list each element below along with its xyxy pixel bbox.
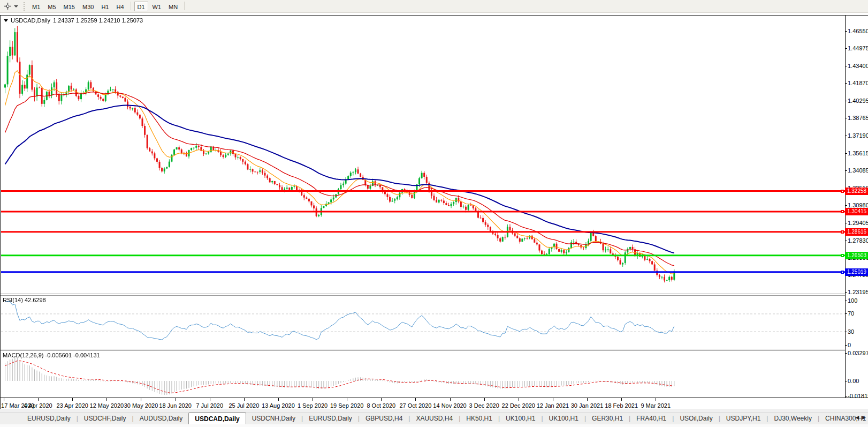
timeframe-d1-button[interactable]: D1 [134, 2, 148, 11]
price-tick-label: 1.40295 [848, 98, 868, 104]
price-tick-label: 1.46550 [848, 28, 868, 35]
tab-usdchf-daily[interactable]: USDCHF,Daily [78, 413, 132, 424]
tool-dropdown-button[interactable] [13, 2, 19, 11]
date-label: 14 Nov 2020 [433, 402, 466, 409]
hline-tag-1.26503[interactable]: 1.26503 [845, 252, 868, 259]
timeframe-m1-button[interactable]: M1 [29, 2, 43, 11]
tab-hk50-h1[interactable]: HK50,H1 [460, 413, 498, 424]
tab-usoil-daily[interactable]: USOil,Daily [674, 413, 718, 424]
tab-scroll-left-icon[interactable]: ◀ [855, 415, 859, 420]
price-tick-label: 1.34085 [848, 167, 868, 174]
date-label: 18 Feb 2021 [605, 402, 638, 409]
date-label: 19 Sep 2020 [330, 402, 363, 409]
tab-scroll-buttons: ◀ ▶ [855, 415, 866, 420]
date-tick [553, 398, 553, 401]
timeframe-m15-button[interactable]: M15 [60, 2, 78, 11]
price-axis-line [845, 16, 846, 398]
chart-tab-bar: EURUSD,Daily|USDCHF,Daily|AUDUSD,DailyUS… [0, 412, 868, 424]
hline-anchor[interactable] [841, 254, 844, 257]
tab-ger30-h1[interactable]: GER30,H1 [586, 413, 629, 424]
tab-eurusd-daily[interactable]: EURUSD,Daily [21, 413, 77, 424]
date-label: 9 Mar 2021 [641, 402, 671, 409]
date-label: 30 May 2020 [124, 402, 158, 409]
rsi-pane-canvas[interactable] [1, 296, 845, 349]
timeframe-w1-button[interactable]: W1 [149, 2, 165, 11]
main-chart-canvas[interactable] [1, 16, 845, 294]
rsi-pane-separator[interactable] [1, 294, 845, 296]
tab-usdcnh-daily[interactable]: USDCNH,Daily [246, 413, 301, 424]
timeframe-m30-button[interactable]: M30 [79, 2, 97, 11]
rsi-indicator-label: RSI(14) 42.6298 [3, 297, 46, 303]
price-tick-label: 1.44975 [848, 45, 868, 52]
tab-dj30-weekly[interactable]: DJ30,Weekly [768, 413, 817, 424]
timeframe-mn-button[interactable]: MN [165, 2, 181, 11]
date-label: 22 Dec 2020 [502, 402, 535, 409]
date-label: 7 Jul 2020 [196, 402, 223, 409]
tab-fra40-h1[interactable]: FRA40,H1 [630, 413, 672, 424]
hline-tag-1.30415[interactable]: 1.30415 [845, 208, 868, 215]
tab-gbpusd-h4[interactable]: GBPUSD,H4 [360, 413, 408, 424]
price-tick-label: 1.37190 [848, 132, 868, 139]
chevron-down-icon [14, 5, 18, 8]
date-tick [450, 398, 451, 401]
price-tick-label: 1.35615 [848, 150, 868, 157]
price-tick-label: 1.41870 [848, 80, 868, 87]
macd-tick-label: 0.032972 [848, 350, 868, 357]
hline-tag-1.25019[interactable]: 1.25019 [845, 268, 868, 276]
date-tick [141, 398, 141, 401]
date-tick [621, 398, 622, 401]
crosshair-icon [4, 3, 11, 10]
tab-scroll-right-icon[interactable]: ▶ [862, 415, 866, 420]
date-label: 30 Jan 2021 [571, 402, 604, 409]
date-tick [176, 398, 176, 401]
tab-usdcad-daily[interactable]: USDCAD,Daily [188, 413, 246, 424]
macd-tick-label: 0.00 [848, 378, 859, 385]
date-label: 1 Sep 2020 [298, 402, 328, 409]
rsi-tick-label: 0 [848, 342, 851, 349]
date-label: 8 Oct 2020 [367, 402, 395, 409]
price-tick-label: 1.23195 [848, 289, 868, 296]
timeframe-m5-button[interactable]: M5 [44, 2, 59, 11]
date-label: 4 Apr 2020 [24, 402, 52, 409]
toolbar-separator [184, 2, 185, 10]
macd-tick-label: -0.018154 [848, 393, 868, 400]
date-tick [244, 398, 245, 401]
hline-tag-1.28616[interactable]: 1.28616 [845, 228, 868, 236]
date-tick [106, 398, 107, 401]
macd-pane-canvas[interactable] [1, 351, 845, 398]
date-label: 12 Jan 2021 [537, 402, 569, 409]
price-tick-label: 1.27830 [848, 237, 868, 244]
date-tick [72, 398, 73, 401]
hline-anchor[interactable] [841, 210, 844, 213]
date-tick [313, 398, 313, 401]
tab-uk100-h1[interactable]: UK100,H1 [543, 413, 584, 424]
crosshair-tool-button[interactable] [2, 2, 13, 11]
chart-dropdown-icon[interactable] [4, 19, 8, 22]
tab-eurusd-daily[interactable]: EURUSD,Daily [303, 413, 358, 424]
chart-symbol-period: USDCAD,Daily [11, 17, 50, 24]
date-label: 18 Jun 2020 [159, 402, 192, 409]
tab-uk100-h1[interactable]: UK100,H1 [500, 413, 541, 424]
date-label: 25 Jul 2020 [229, 402, 259, 409]
chart-title: USDCAD,Daily 1.24337 1.25259 1.24210 1.2… [4, 17, 143, 24]
tab-usdjpy-h1[interactable]: USDJPY,H1 [720, 413, 766, 424]
tab-xauusd-h4[interactable]: XAUUSD,H4 [410, 413, 459, 424]
hline-anchor[interactable] [841, 271, 844, 274]
price-tick-label: 1.43400 [848, 63, 868, 70]
hline-anchor[interactable] [841, 190, 844, 193]
timeframe-h1-button[interactable]: H1 [98, 2, 112, 11]
rsi-tick-label: 30 [848, 328, 854, 335]
hline-tag-1.32258[interactable]: 1.32258 [845, 188, 868, 195]
tab-audusd-daily[interactable]: AUDUSD,Daily [134, 413, 189, 424]
date-tick [38, 398, 39, 401]
chart-ohlc-values: 1.24337 1.25259 1.24210 1.25073 [53, 17, 143, 24]
toolbar-grip[interactable] [24, 2, 25, 11]
status-strip [0, 424, 868, 427]
timeframe-h4-button[interactable]: H4 [113, 2, 127, 11]
price-tick-label: 1.38765 [848, 115, 868, 122]
date-tick [278, 398, 279, 401]
hline-anchor[interactable] [841, 230, 844, 234]
timeframe-buttons: M1M5M15M30H1H4D1W1MN [28, 2, 187, 11]
macd-pane-separator[interactable] [1, 349, 845, 351]
date-tick [656, 398, 656, 401]
